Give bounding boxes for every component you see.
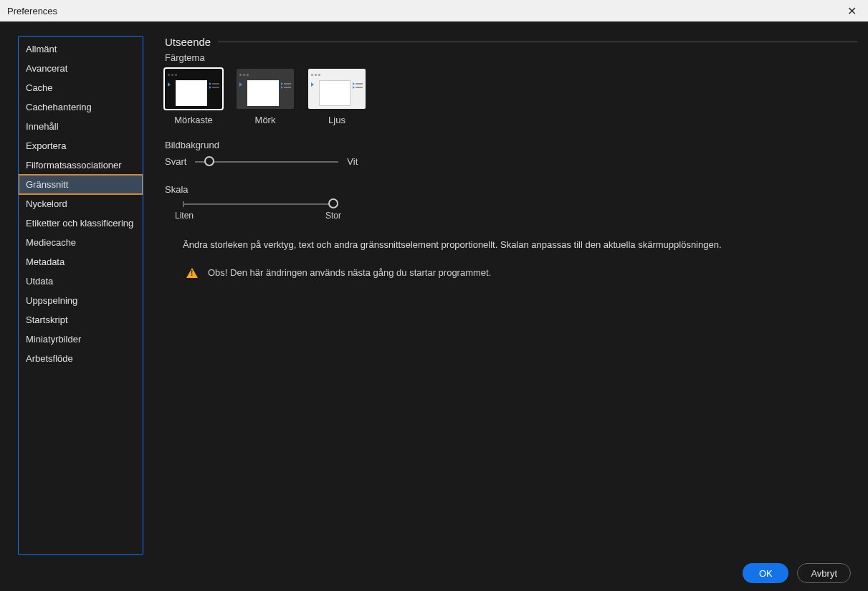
sidebar-item-startup-scripts[interactable]: Startskript xyxy=(19,310,143,330)
sidebar-item-cache[interactable]: Cache xyxy=(19,78,143,97)
warning-text: Obs! Den här ändringen används nästa gån… xyxy=(208,267,491,278)
section-divider xyxy=(218,42,857,42)
theme-options: Mörkaste Mörk xyxy=(165,69,857,125)
window-title: Preferences xyxy=(7,6,57,16)
theme-thumb-dark xyxy=(237,69,294,109)
slider-label-black: Svart xyxy=(165,156,186,167)
slider-thumb[interactable] xyxy=(204,156,214,166)
theme-label: Mörk xyxy=(255,115,276,125)
theme-label: Ljus xyxy=(328,115,345,125)
scale-slider[interactable] xyxy=(183,203,333,205)
warning-icon xyxy=(186,268,198,278)
main-area: Allmänt Avancerat Cache Cachehantering I… xyxy=(0,21,868,555)
scale-block: Liten Stor xyxy=(165,203,857,221)
scale-label: Skala xyxy=(165,184,857,195)
theme-option-dark[interactable]: Mörk xyxy=(237,69,294,125)
content-panel: Utseende Färgtema Mörkaste xyxy=(143,36,857,555)
sidebar-item-thumbnails[interactable]: Miniatyrbilder xyxy=(19,330,143,349)
sidebar-item-interface[interactable]: Gränssnitt xyxy=(19,175,143,194)
ok-button[interactable]: OK xyxy=(743,563,788,583)
section-title: Utseende xyxy=(165,36,211,48)
scale-labels: Liten Stor xyxy=(175,211,341,221)
image-background-slider-row: Svart Vit xyxy=(165,156,857,167)
color-theme-label: Färgtema xyxy=(165,52,857,63)
close-icon[interactable]: ✕ xyxy=(843,4,861,18)
sidebar-item-cache-management[interactable]: Cachehantering xyxy=(19,97,143,117)
scale-thumb[interactable] xyxy=(328,198,338,208)
footer: OK Avbryt xyxy=(0,555,868,591)
sidebar-item-general[interactable]: Allmänt xyxy=(19,39,143,59)
sidebar-item-file-associations[interactable]: Filformatsassociationer xyxy=(19,155,143,175)
sidebar-item-export[interactable]: Exportera xyxy=(19,136,143,155)
sidebar-item-keywords[interactable]: Nyckelord xyxy=(19,194,143,213)
sidebar-item-content[interactable]: Innehåll xyxy=(19,117,143,136)
scale-track xyxy=(183,203,333,205)
section-header-appearance: Utseende xyxy=(165,36,857,48)
titlebar: Preferences ✕ xyxy=(0,0,868,21)
sidebar: Allmänt Avancerat Cache Cachehantering I… xyxy=(18,36,143,555)
warning-row: Obs! Den här ändringen används nästa gån… xyxy=(186,267,857,278)
sidebar-item-output[interactable]: Utdata xyxy=(19,272,143,291)
theme-label: Mörkaste xyxy=(174,115,212,125)
slider-label-white: Vit xyxy=(347,156,358,167)
image-background-slider[interactable] xyxy=(195,161,338,163)
sidebar-item-media-cache[interactable]: Mediecache xyxy=(19,233,143,252)
theme-option-darkest[interactable]: Mörkaste xyxy=(165,69,222,125)
sidebar-item-labels[interactable]: Etiketter och klassificering xyxy=(19,213,143,233)
image-background-label: Bildbakgrund xyxy=(165,140,857,150)
cancel-button[interactable]: Avbryt xyxy=(797,563,851,583)
scale-label-small: Liten xyxy=(175,211,194,221)
scale-label-large: Stor xyxy=(325,211,341,221)
sidebar-item-advanced[interactable]: Avancerat xyxy=(19,59,143,78)
theme-thumb-darkest xyxy=(165,69,222,109)
theme-thumb-light xyxy=(308,69,366,109)
sidebar-item-metadata[interactable]: Metadata xyxy=(19,252,143,272)
sidebar-item-playback[interactable]: Uppspelning xyxy=(19,291,143,310)
theme-option-light[interactable]: Ljus xyxy=(308,69,366,125)
sidebar-item-workflow[interactable]: Arbetsflöde xyxy=(19,349,143,368)
scale-description: Ändra storleken på verktyg, text och and… xyxy=(183,239,857,250)
